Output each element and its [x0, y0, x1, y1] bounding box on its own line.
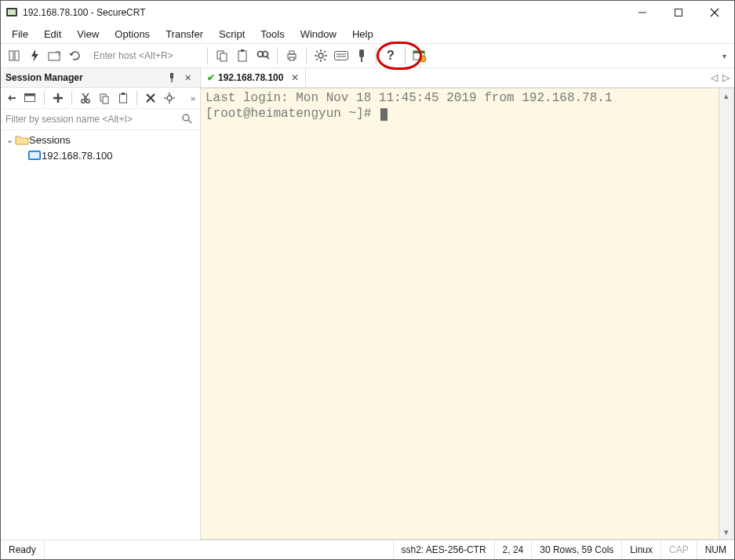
- gear-icon[interactable]: [311, 46, 330, 65]
- paste-session-icon[interactable]: [115, 89, 132, 107]
- svg-marker-8: [31, 49, 38, 62]
- securefx-icon[interactable]: [410, 46, 429, 65]
- svg-rect-19: [289, 51, 294, 54]
- tab-active[interactable]: ✔ 192.168.78.100 ✕: [201, 68, 306, 87]
- menu-help[interactable]: Help: [344, 26, 381, 42]
- tree-root-sessions[interactable]: ⌄ Sessions: [1, 132, 200, 147]
- host-input[interactable]: Enter host <Alt+R>: [89, 47, 200, 64]
- reconnect-icon[interactable]: [66, 46, 85, 65]
- print-icon[interactable]: [282, 46, 301, 65]
- maximize-button[interactable]: [660, 1, 697, 24]
- toolbar-separator: [376, 47, 377, 64]
- svg-line-29: [316, 59, 318, 60]
- toolbar-overflow[interactable]: ▾: [718, 52, 731, 60]
- tab-close-icon[interactable]: ✕: [291, 72, 299, 83]
- app-window: 192.168.78.100 - SecureCRT File Edit Vie…: [0, 0, 735, 560]
- tree-item-label: 192.168.78.100: [42, 150, 112, 162]
- terminal-cursor: [380, 108, 388, 121]
- window-title: 192.168.78.100 - SecureCRT: [23, 7, 146, 18]
- chevron-down-icon[interactable]: ⌄: [4, 135, 15, 145]
- svg-point-45: [86, 100, 89, 103]
- title-bar: 192.168.78.100 - SecureCRT: [1, 1, 734, 24]
- pin-icon[interactable]: [164, 73, 180, 82]
- status-ready: Ready: [1, 540, 44, 559]
- svg-rect-49: [103, 96, 108, 104]
- svg-point-44: [82, 100, 85, 103]
- terminal-view[interactable]: Last login: Mon Nov 18 11:45:45 2019 fro…: [201, 88, 719, 540]
- copy-session-icon[interactable]: [96, 89, 113, 107]
- tree-item-session[interactable]: 192.168.78.100: [1, 147, 200, 163]
- help-icon[interactable]: ?: [381, 46, 400, 65]
- terminal-wrap: Last login: Mon Nov 18 11:45:45 2019 fro…: [201, 88, 734, 540]
- menu-file[interactable]: File: [4, 26, 36, 42]
- svg-point-37: [420, 56, 426, 62]
- tab-prev-icon[interactable]: ◁: [711, 72, 718, 83]
- svg-rect-30: [335, 52, 348, 60]
- session-manager-icon[interactable]: [5, 46, 24, 65]
- status-num: NUM: [697, 540, 734, 559]
- svg-rect-7: [15, 51, 19, 60]
- svg-rect-12: [220, 53, 227, 61]
- svg-line-17: [267, 56, 269, 59]
- copy-icon[interactable]: [213, 46, 231, 65]
- menu-view[interactable]: View: [69, 26, 107, 42]
- lightning-icon[interactable]: [25, 46, 44, 65]
- svg-line-26: [316, 51, 318, 53]
- keyboard-icon[interactable]: [332, 46, 351, 65]
- menu-script[interactable]: Script: [211, 26, 253, 42]
- svg-rect-62: [30, 152, 39, 158]
- menu-edit[interactable]: Edit: [36, 26, 69, 42]
- toolbar-separator: [277, 47, 278, 64]
- connect-icon[interactable]: [3, 89, 20, 107]
- svg-rect-9: [49, 53, 60, 60]
- connect-new-window-icon[interactable]: [22, 89, 39, 107]
- svg-rect-1: [8, 9, 16, 15]
- toolbar-separator: [44, 91, 45, 105]
- paste-icon[interactable]: [233, 46, 252, 65]
- tree-root-label: Sessions: [29, 134, 71, 146]
- new-session-icon[interactable]: [49, 89, 67, 107]
- terminal-pane: ✔ 192.168.78.100 ✕ ◁ ▷ Last login: Mon N…: [201, 68, 734, 540]
- cut-icon[interactable]: [77, 89, 94, 107]
- session-filter-row: [1, 109, 200, 130]
- status-bar: Ready ssh2: AES-256-CTR 2, 24 30 Rows, 5…: [1, 540, 734, 559]
- menu-transfer[interactable]: Transfer: [158, 26, 211, 42]
- connect-tab-icon[interactable]: [45, 46, 64, 65]
- svg-point-59: [183, 115, 189, 121]
- main-toolbar: Enter host <Alt+R> ? ▾: [1, 44, 734, 68]
- close-button[interactable]: [697, 1, 733, 24]
- find-icon[interactable]: [253, 46, 272, 65]
- session-manager-header: Session Manager ✕: [1, 68, 200, 88]
- delete-icon[interactable]: [142, 89, 159, 107]
- menu-options[interactable]: Options: [107, 26, 158, 42]
- terminal-scrollbar[interactable]: ▴ ▾: [719, 88, 734, 540]
- menu-bar: File Edit View Options Transfer Script T…: [1, 24, 734, 44]
- status-protocol: ssh2: AES-256-CTR: [393, 540, 494, 559]
- svg-line-27: [324, 59, 326, 60]
- svg-marker-10: [69, 53, 74, 56]
- panel-toolbar-overflow[interactable]: »: [187, 93, 198, 103]
- status-dimensions: 30 Rows, 59 Cols: [531, 540, 621, 559]
- svg-point-21: [318, 53, 323, 58]
- menu-tools[interactable]: Tools: [253, 26, 292, 42]
- svg-rect-13: [238, 51, 246, 61]
- search-icon[interactable]: [181, 113, 195, 126]
- session-manager-title: Session Manager: [5, 72, 83, 83]
- svg-rect-20: [289, 57, 294, 60]
- tab-next-icon[interactable]: ▷: [722, 72, 730, 83]
- folder-icon: [15, 135, 29, 144]
- toolbar-separator: [71, 91, 72, 105]
- status-cap: CAP: [660, 540, 697, 559]
- toolbar-separator: [136, 91, 137, 105]
- session-filter-input[interactable]: [5, 114, 181, 125]
- menu-window[interactable]: Window: [293, 26, 344, 42]
- tab-nav: ◁ ▷: [706, 72, 734, 83]
- keymap-icon[interactable]: [352, 46, 371, 65]
- scroll-down-icon[interactable]: ▾: [724, 525, 729, 539]
- svg-rect-6: [9, 51, 13, 60]
- panel-close-icon[interactable]: ✕: [180, 73, 195, 83]
- scroll-up-icon[interactable]: ▴: [724, 89, 729, 103]
- status-mode: Linux: [621, 540, 660, 559]
- minimize-button[interactable]: [624, 1, 660, 24]
- properties-icon[interactable]: [161, 89, 178, 107]
